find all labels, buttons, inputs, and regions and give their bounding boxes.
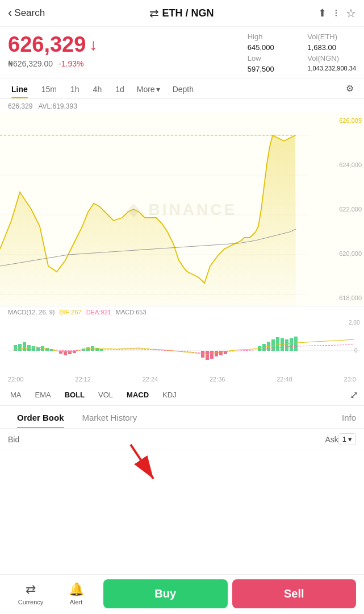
svg-rect-36: [276, 337, 279, 351]
chart-labels: 626,329 AVL:619,393: [0, 102, 364, 113]
precision-value: 1: [342, 435, 346, 443]
svg-rect-28: [210, 351, 214, 359]
top-nav: ‹ Search ⇄ ETH / NGN ⬆ ⁝ ☆: [0, 0, 364, 27]
expand-icon[interactable]: ⤢: [350, 389, 358, 401]
high-value: 645,000: [248, 43, 296, 52]
tab-4h[interactable]: 4h: [87, 79, 108, 98]
svg-rect-38: [285, 339, 288, 351]
price-ngn: ₦626,329.00: [8, 59, 53, 68]
currency-button[interactable]: ⇄ Currency: [8, 582, 53, 605]
svg-rect-30: [219, 351, 223, 355]
macd-dif-label: DIF:267: [60, 309, 82, 316]
ind-tab-kdj[interactable]: KDJ: [158, 388, 181, 401]
svg-rect-19: [68, 351, 72, 354]
low-value: 597,500: [248, 65, 296, 73]
star-icon[interactable]: ☆: [346, 6, 356, 20]
svg-line-44: [131, 445, 153, 479]
alert-icon: 🔔: [69, 582, 84, 597]
ind-tab-macd[interactable]: MACD: [122, 388, 153, 401]
tab-depth[interactable]: Depth: [167, 79, 199, 98]
time-label-3: 22:24: [143, 376, 158, 383]
pair-title: ETH / NGN: [162, 7, 214, 19]
time-label-6: 23:0: [344, 376, 356, 383]
macd-header: MACD(12, 26, 9) DIF:267 DEA:921 MACD:653: [8, 309, 356, 316]
share-icon[interactable]: ⬆: [318, 7, 327, 19]
tab-15m[interactable]: 15m: [36, 79, 62, 98]
vol-ngn-value: 1,043,232,900.34: [307, 65, 356, 73]
chart-avl-label: AVL:619,393: [38, 102, 77, 110]
time-label-5: 22:48: [277, 376, 292, 383]
price-sub: ₦626,329.00 -1.93%: [8, 59, 248, 68]
macd-title: MACD(12, 26, 9): [8, 309, 55, 316]
price-change-pct: -1.93%: [58, 59, 83, 68]
tab-market-history[interactable]: Market History: [73, 406, 147, 428]
indicator-tabs: MA EMA BOLL VOL MACD KDJ ⤢: [0, 385, 364, 406]
low-label: Low: [248, 54, 296, 63]
tab-order-book[interactable]: Order Book: [8, 406, 73, 428]
currency-label: Currency: [18, 599, 44, 605]
tab-1d[interactable]: 1d: [110, 79, 130, 98]
chevron-down-icon: ▾: [348, 435, 352, 443]
time-label-2: 22:12: [75, 376, 91, 383]
back-label: Search: [14, 7, 45, 19]
macd-val-label: MACD:653: [116, 309, 147, 316]
ind-tab-ma[interactable]: MA: [6, 388, 26, 401]
more-label: More: [137, 85, 155, 94]
svg-rect-40: [294, 337, 298, 351]
alert-label: Alert: [70, 599, 83, 605]
arrow-svg: [102, 439, 216, 496]
svg-rect-27: [206, 351, 209, 360]
settings-icon[interactable]: ⚙: [341, 78, 358, 98]
columns-icon[interactable]: ⁝: [334, 7, 338, 19]
tab-line[interactable]: Line: [6, 79, 34, 98]
currency-icon: ⇄: [26, 582, 36, 597]
ind-tab-ema[interactable]: EMA: [31, 388, 56, 401]
tab-more[interactable]: More ▾: [132, 79, 165, 98]
macd-section: MACD(12, 26, 9) DIF:267 DEA:921 MACD:653: [0, 306, 364, 375]
svg-text:0: 0: [354, 347, 358, 354]
nav-icons: ⬆ ⁝ ☆: [318, 6, 356, 20]
arrow-annotation-area: [0, 450, 364, 484]
back-button[interactable]: ‹ Search: [8, 6, 45, 20]
svg-rect-32: [258, 346, 261, 351]
macd-chart[interactable]: 2,000 0: [8, 317, 356, 374]
svg-text:2,000: 2,000: [349, 320, 360, 326]
ind-tab-boll[interactable]: BOLL: [60, 388, 89, 401]
pair-swap-icon: ⇄: [149, 6, 159, 20]
time-axis: 22:00 22:12 22:24 22:36 22:48 23:0: [0, 375, 364, 385]
bottom-nav: ⇄ Currency 🔔 Alert Buy Sell: [0, 574, 364, 614]
tab-1h[interactable]: 1h: [65, 79, 85, 98]
price-left: 626,329 ↓ ₦626,329.00 -1.93%: [8, 32, 248, 68]
price-value: 626,329: [8, 32, 86, 57]
back-icon: ‹: [8, 6, 12, 20]
section-tabs: Order Book Market History Info: [0, 406, 364, 429]
alert-button[interactable]: 🔔 Alert: [53, 582, 99, 605]
svg-rect-29: [215, 351, 218, 356]
chart-tabs: Line 15m 1h 4h 1d More ▾ Depth ⚙: [0, 78, 364, 99]
tab-info[interactable]: Info: [342, 406, 356, 428]
chart-price-label: 626,329: [8, 102, 32, 110]
high-label: High: [248, 32, 296, 41]
vol-eth-value: 1,683.00: [307, 43, 356, 52]
vol-eth-label: Vol(ETH): [307, 32, 356, 41]
buy-button[interactable]: Buy: [103, 579, 228, 608]
sell-button[interactable]: Sell: [232, 579, 357, 608]
time-label-4: 22:36: [210, 376, 225, 383]
vol-ngn-label: Vol(NGN): [307, 54, 356, 63]
price-chart[interactable]: ◈ BINANCE 626,009 624,000 622,000 620,00…: [0, 113, 364, 306]
price-section: 626,329 ↓ ₦626,329.00 -1.93% High Vol(ET…: [0, 27, 364, 78]
price-stats: High Vol(ETH) 645,000 1,683.00 Low Vol(N…: [248, 32, 356, 73]
price-direction-icon: ↓: [89, 36, 97, 54]
chart-area: 626,329 AVL:619,393: [0, 99, 364, 306]
macd-dea-label: DEA:921: [86, 309, 111, 316]
svg-rect-39: [290, 338, 293, 351]
pair-section: ⇄ ETH / NGN: [49, 6, 313, 20]
ind-tab-vol[interactable]: VOL: [94, 388, 118, 401]
price-main: 626,329 ↓: [8, 32, 248, 57]
chevron-down-icon: ▾: [156, 85, 160, 94]
precision-select[interactable]: 1 ▾: [338, 433, 356, 445]
time-label-1: 22:00: [8, 376, 24, 383]
